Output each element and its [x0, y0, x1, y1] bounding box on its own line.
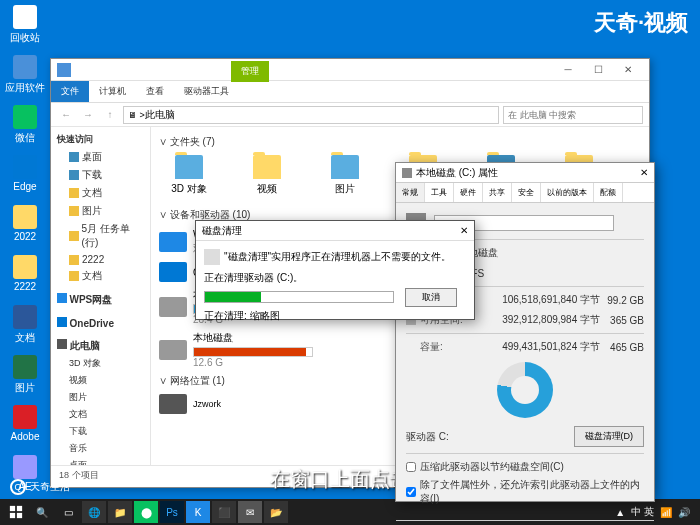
svg-rect-2 [10, 513, 15, 518]
back-button[interactable]: ← [57, 106, 75, 124]
tab-general[interactable]: 常规 [396, 183, 425, 202]
desktop-icon[interactable]: 微信 [5, 105, 45, 147]
disk-cleanup-window: 磁盘清理✕ "磁盘清理"实用程序正在清理机器上不需要的文件。 正在清理驱动器 (… [195, 220, 475, 320]
sidebar-wps[interactable]: WPS网盘 [55, 291, 146, 309]
folder-item[interactable]: 3D 对象 [159, 155, 219, 196]
compress-checkbox[interactable] [406, 462, 416, 472]
sidebar-item[interactable]: 图片 [55, 389, 146, 406]
network-icon[interactable]: 📶 [660, 507, 672, 518]
sidebar-onedrive[interactable]: OneDrive [55, 315, 146, 331]
taskbar-app[interactable]: Ps [160, 501, 184, 523]
desktop-icon[interactable]: 回收站 [5, 5, 45, 47]
desktop-icon[interactable]: 2022 [5, 205, 45, 247]
sidebar-item[interactable]: 文档 [55, 184, 146, 202]
tab-hardware[interactable]: 硬件 [454, 183, 483, 202]
folders-header[interactable]: ∨ 文件夹 (7) [159, 135, 641, 149]
tab-computer[interactable]: 计算机 [89, 81, 136, 102]
manage-indicator: 管理 [231, 61, 269, 82]
cleanup-message: "磁盘清理"实用程序正在清理机器上不需要的文件。 [224, 251, 451, 262]
minimize-button[interactable]: ─ [553, 60, 583, 80]
taskbar-explorer[interactable]: 📂 [264, 501, 288, 523]
desktop-icon[interactable]: 2222 [5, 255, 45, 297]
sidebar-item[interactable]: 文档 [55, 406, 146, 423]
tab-view[interactable]: 查看 [136, 81, 174, 102]
close-icon[interactable]: ✕ [460, 225, 468, 236]
task-view-icon[interactable]: ▭ [56, 501, 80, 523]
cancel-button[interactable]: 取消 [405, 288, 457, 307]
start-button[interactable] [4, 501, 28, 523]
props-titlebar[interactable]: 本地磁盘 (C:) 属性✕ [396, 163, 654, 183]
folder-item[interactable]: 图片 [315, 155, 375, 196]
tab-tools[interactable]: 工具 [425, 183, 454, 202]
progress-bar [204, 291, 394, 303]
sidebar: 快速访问 桌面 下载 文档 图片 5月 任务单(行) 2222 文档 WPS网盘… [51, 127, 151, 465]
desktop-icon[interactable]: 图片 [5, 355, 45, 397]
tab-file[interactable]: 文件 [51, 81, 89, 102]
current-file-label: 正在清理: 缩略图 [204, 309, 466, 323]
address-bar: ← → ↑ 🖥 > 此电脑 [51, 103, 649, 127]
taskbar-app[interactable]: 📁 [108, 501, 132, 523]
sidebar-item[interactable]: 下载 [55, 166, 146, 184]
index-checkbox[interactable] [406, 487, 416, 497]
svg-rect-1 [17, 506, 22, 511]
sidebar-quick-access[interactable]: 快速访问 [55, 131, 146, 148]
tab-drive-tools[interactable]: 驱动器工具 [174, 81, 239, 102]
volume-icon[interactable]: 🔊 [678, 507, 690, 518]
search-input[interactable] [503, 106, 643, 124]
svg-rect-0 [10, 506, 15, 511]
fs-value: NTFS [458, 268, 644, 279]
address-field[interactable]: 🖥 > 此电脑 [123, 106, 499, 124]
taskbar-app[interactable]: 🌐 [82, 501, 106, 523]
cleanup-icon [204, 249, 220, 265]
sidebar-item[interactable]: 桌面 [55, 148, 146, 166]
desktop-icon[interactable]: 文档 [5, 305, 45, 347]
up-button[interactable]: ↑ [101, 106, 119, 124]
type-value: 本地磁盘 [458, 246, 644, 260]
cleanup-titlebar[interactable]: 磁盘清理✕ [196, 221, 474, 241]
sidebar-item[interactable]: 2222 [55, 252, 146, 267]
ribbon: 文件 计算机 查看 驱动器工具 [51, 81, 649, 103]
properties-window: 本地磁盘 (C:) 属性✕ 常规 工具 硬件 共享 安全 以前的版本 配额 类型… [395, 162, 655, 502]
tab-quota[interactable]: 配额 [594, 183, 623, 202]
titlebar[interactable]: 管理 ─ ☐ ✕ [51, 59, 649, 81]
svg-rect-3 [17, 513, 22, 518]
watermark: 天奇·视频 [594, 8, 688, 38]
desktop-icons: 回收站 应用软件 微信 Edge 2022 2222 文档 图片 Adobe A… [5, 5, 45, 497]
sidebar-item[interactable]: 视频 [55, 372, 146, 389]
site-logo: Q天奇生活 [10, 479, 70, 495]
taskbar-app[interactable]: ⬤ [134, 501, 158, 523]
taskbar-app[interactable]: ⬛ [212, 501, 236, 523]
close-button[interactable]: ✕ [613, 60, 643, 80]
sidebar-item[interactable]: 5月 任务单(行) [55, 220, 146, 252]
disk-cleanup-button[interactable]: 磁盘清理(D) [574, 426, 645, 447]
sidebar-item[interactable]: 下载 [55, 423, 146, 440]
sidebar-item[interactable]: 文档 [55, 267, 146, 285]
forward-button[interactable]: → [79, 106, 97, 124]
drive-label: 驱动器 C: [406, 430, 449, 444]
sidebar-item[interactable]: 3D 对象 [55, 355, 146, 372]
usage-pie-chart [497, 362, 553, 418]
desktop-icon[interactable]: 应用软件 [5, 55, 45, 97]
desktop-icon[interactable]: Adobe [5, 405, 45, 447]
tab-prev[interactable]: 以前的版本 [541, 183, 594, 202]
close-icon[interactable]: ✕ [640, 167, 648, 178]
scanning-label: 正在清理驱动器 (C:)。 [204, 271, 466, 285]
sidebar-item[interactable]: 图片 [55, 202, 146, 220]
search-icon[interactable]: 🔍 [30, 501, 54, 523]
sidebar-item[interactable]: 音乐 [55, 440, 146, 457]
explorer-icon [57, 63, 71, 77]
tab-sharing[interactable]: 共享 [483, 183, 512, 202]
maximize-button[interactable]: ☐ [583, 60, 613, 80]
folder-item[interactable]: 视频 [237, 155, 297, 196]
props-tabs: 常规 工具 硬件 共享 安全 以前的版本 配额 [396, 183, 654, 203]
tab-security[interactable]: 安全 [512, 183, 541, 202]
taskbar-app[interactable]: K [186, 501, 210, 523]
taskbar-app[interactable]: ✉ [238, 501, 262, 523]
sidebar-this-pc[interactable]: 此电脑 [55, 337, 146, 355]
sidebar-item[interactable]: 桌面 [55, 457, 146, 465]
desktop-icon[interactable]: Edge [5, 155, 45, 197]
